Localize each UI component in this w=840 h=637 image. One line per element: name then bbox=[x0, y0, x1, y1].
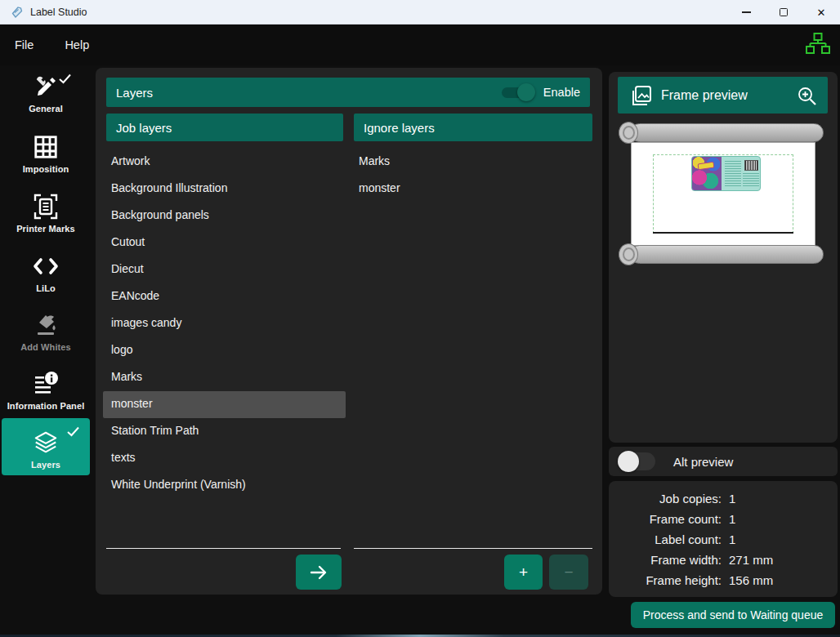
check-icon bbox=[67, 426, 79, 437]
job-layer-row[interactable]: Station Trim Path bbox=[103, 418, 346, 445]
stat-frame-height: Frame height: 156 mm bbox=[609, 570, 838, 590]
job-layer-name: Cutout bbox=[111, 235, 145, 248]
bottom-roller-cap bbox=[619, 243, 638, 265]
top-roller-cap bbox=[619, 122, 638, 144]
frame-preview-card: Frame preview bbox=[609, 72, 838, 443]
job-layer-name: logo bbox=[111, 343, 132, 356]
job-layer-row[interactable]: Background panels bbox=[103, 203, 346, 229]
job-layers-list: Artwork Background Illustration Backgrou… bbox=[103, 149, 346, 499]
sidebar-item-printer-marks[interactable]: Printer Marks bbox=[0, 192, 92, 234]
info-panel-icon bbox=[32, 370, 60, 398]
minimize-icon bbox=[742, 11, 751, 12]
grid-icon bbox=[33, 134, 59, 160]
job-layer-row[interactable]: monster bbox=[103, 391, 346, 418]
job-layer-row[interactable]: Artwork bbox=[103, 149, 346, 176]
stat-frame-width: Frame width: 271 mm bbox=[609, 550, 838, 570]
ignore-layers-title: Ignore layers bbox=[364, 121, 435, 135]
ignore-layer-row[interactable]: Marks bbox=[351, 149, 593, 176]
job-layer-row[interactable]: Background Illustration bbox=[103, 176, 346, 203]
sidebar-label: Imposition bbox=[0, 164, 92, 174]
top-roller bbox=[630, 123, 824, 142]
bottom-roller bbox=[630, 245, 824, 264]
job-layer-name: images candy bbox=[111, 316, 181, 329]
image-stack-icon bbox=[628, 83, 653, 108]
job-layer-name: Diecut bbox=[111, 262, 144, 275]
sidebar-item-add-whites[interactable]: Add Whites bbox=[0, 310, 92, 352]
ignore-layers-list: Marks monster bbox=[351, 149, 593, 203]
minimize-button[interactable] bbox=[727, 0, 765, 24]
job-layer-name: Station Trim Path bbox=[111, 424, 199, 437]
job-layer-row[interactable]: Diecut bbox=[103, 256, 346, 283]
barcode bbox=[744, 160, 758, 171]
frame-preview-header: Frame preview bbox=[618, 77, 828, 114]
preview-sheet bbox=[631, 142, 815, 246]
frame-stats-card: Job copies: 1 Frame count: 1 Label count… bbox=[609, 481, 838, 597]
sidebar-label: Printer Marks bbox=[0, 224, 92, 234]
sidebar-item-general[interactable]: General bbox=[0, 72, 92, 114]
sidebar-item-layers[interactable]: Layers bbox=[2, 418, 90, 475]
move-to-ignore-button[interactable] bbox=[296, 555, 342, 590]
job-layer-name: Background Illustration bbox=[111, 181, 227, 194]
job-layer-row[interactable]: White Underprint (Varnish) bbox=[103, 472, 346, 499]
job-layer-name: monster bbox=[111, 397, 153, 410]
paint-bucket-icon bbox=[32, 312, 60, 338]
window-title: Label Studio bbox=[30, 7, 87, 18]
job-layer-row[interactable]: logo bbox=[103, 337, 346, 364]
layers-panel-header: Layers Enable bbox=[106, 78, 590, 107]
maximize-icon bbox=[780, 8, 788, 16]
sidebar-item-imposition[interactable]: Imposition bbox=[0, 132, 92, 174]
label-artwork-thumbnail bbox=[691, 156, 761, 191]
stat-job-copies: Job copies: 1 bbox=[609, 488, 838, 509]
remove-layer-button[interactable]: − bbox=[549, 555, 588, 590]
menu-file[interactable]: File bbox=[13, 35, 35, 55]
job-layer-row[interactable]: Cutout bbox=[103, 229, 346, 256]
sidebar-label: Add Whites bbox=[0, 342, 92, 352]
layers-icon bbox=[33, 430, 59, 455]
alt-preview-bar: Alt preview bbox=[609, 447, 838, 476]
enable-toggle[interactable] bbox=[502, 87, 533, 98]
sidebar: General Imposition Pri bbox=[0, 65, 92, 635]
job-layer-name: White Underprint (Varnish) bbox=[111, 478, 246, 491]
printer-marks-icon bbox=[32, 192, 60, 221]
add-layer-button[interactable]: + bbox=[504, 555, 543, 590]
job-layer-row[interactable]: texts bbox=[103, 445, 346, 472]
ignore-list-divider bbox=[354, 548, 592, 549]
ignore-layer-row[interactable]: monster bbox=[351, 176, 593, 203]
close-button[interactable]: ✕ bbox=[802, 0, 840, 24]
job-layer-row[interactable]: images candy bbox=[103, 310, 346, 337]
job-layer-name: Artwork bbox=[111, 154, 150, 167]
network-topology-icon bbox=[805, 32, 831, 56]
maximize-button[interactable] bbox=[765, 0, 802, 24]
titlebar: Label Studio ✕ bbox=[0, 0, 840, 24]
alt-preview-toggle[interactable] bbox=[619, 452, 655, 470]
ignore-layers-header: Ignore layers bbox=[354, 114, 592, 141]
stat-frame-count: Frame count: 1 bbox=[609, 509, 838, 529]
sidebar-label: Layers bbox=[2, 460, 90, 470]
window-controls: ✕ bbox=[727, 0, 840, 24]
layers-panel: Layers Enable Job layers Ignore layers A… bbox=[96, 68, 602, 595]
process-send-button[interactable]: Process and send to Waiting queue bbox=[631, 602, 835, 628]
job-list-divider bbox=[106, 548, 341, 549]
sidebar-item-information-panel[interactable]: Information Panel bbox=[0, 369, 92, 411]
tools-icon bbox=[32, 73, 60, 100]
job-layer-row[interactable]: EANcode bbox=[103, 283, 346, 310]
menubar: File Help bbox=[0, 24, 840, 65]
ignore-layer-name: Marks bbox=[359, 154, 390, 167]
ignore-layer-name: monster bbox=[359, 181, 400, 194]
menu-help[interactable]: Help bbox=[63, 35, 91, 55]
check-icon bbox=[59, 74, 71, 84]
job-layer-name: EANcode bbox=[111, 289, 159, 302]
job-layer-name: Marks bbox=[111, 370, 142, 383]
close-icon: ✕ bbox=[817, 7, 826, 18]
job-layer-name: texts bbox=[111, 451, 136, 464]
sidebar-item-lilo[interactable]: LiLo bbox=[0, 252, 92, 293]
job-layer-row[interactable]: Marks bbox=[103, 364, 346, 391]
sidebar-label: Information Panel bbox=[0, 401, 92, 411]
enable-toggle-label: Enable bbox=[543, 86, 580, 99]
layers-panel-title: Layers bbox=[116, 86, 153, 100]
job-layer-name: Background panels bbox=[111, 208, 209, 221]
zoom-in-icon[interactable] bbox=[797, 86, 817, 106]
arrow-right-icon bbox=[309, 564, 328, 581]
job-layers-header: Job layers bbox=[106, 114, 343, 141]
frame-baseline bbox=[653, 232, 793, 234]
